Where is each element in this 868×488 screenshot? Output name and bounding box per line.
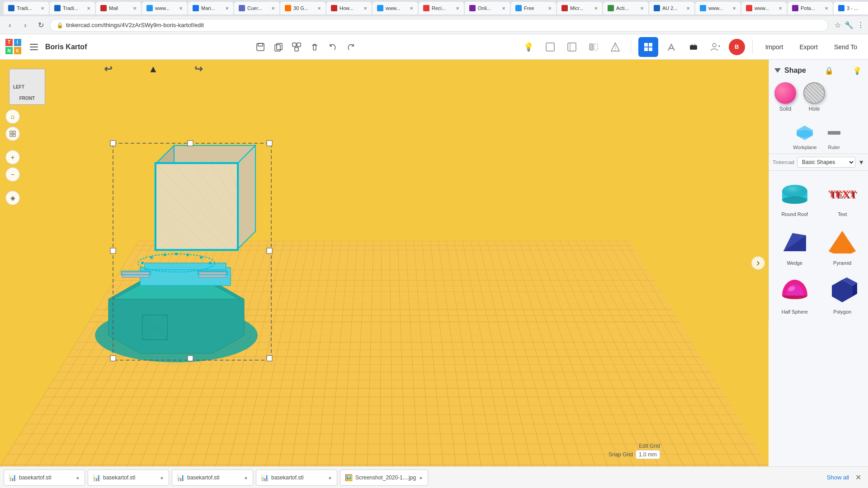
rotate-right-arrow[interactable]: ↪ [194, 63, 203, 75]
tab-close-icon[interactable]: ✕ [271, 6, 275, 11]
chrome-menu-button[interactable]: ⋮ [857, 21, 864, 29]
forward-button[interactable]: › [19, 19, 32, 32]
address-field[interactable]: 🔒 tinkercad.com/things/4V2zArSWy9m-boris… [50, 19, 828, 32]
send-to-button[interactable]: Send To [829, 42, 863, 52]
browser-tab[interactable]: 30 G... ✕ [280, 2, 326, 14]
shape-item-wedge[interactable]: Wedge [773, 223, 817, 268]
shape-item-round-roof[interactable]: Round Roof [773, 174, 817, 220]
shape-select-button[interactable] [542, 39, 558, 55]
tab-close-icon[interactable]: ✕ [225, 6, 229, 11]
mirror-button[interactable] [585, 39, 602, 55]
shape-item-text[interactable]: TEXT TEXT TEXT Text [821, 174, 865, 220]
tab-close-icon[interactable]: ✕ [778, 6, 782, 11]
rotate-left-arrow[interactable]: ↩ [104, 63, 112, 75]
tab-close-icon[interactable]: ✕ [548, 6, 552, 11]
browser-tab[interactable]: AU 2... ✕ [649, 2, 694, 14]
download-item-5[interactable]: 🖼️ Screenshot_2020-1....jpg ▲ [340, 469, 428, 486]
browser-tab[interactable]: Reci... ✕ [419, 2, 464, 14]
browser-tab[interactable]: Tradi... ✕ [50, 2, 95, 14]
tab-close-icon[interactable]: ✕ [179, 6, 183, 11]
bottom-bar-close-button[interactable]: ✕ [852, 471, 864, 484]
browser-tab[interactable]: www... ✕ [142, 2, 187, 14]
workplane-button[interactable]: Workplane [793, 123, 816, 150]
zoom-in-button[interactable]: + [5, 150, 20, 164]
nav-next-button[interactable]: › [751, 256, 765, 270]
hamburger-menu-button[interactable] [28, 41, 41, 53]
tab-close-icon[interactable]: ✕ [87, 6, 90, 11]
reload-button[interactable]: ↻ [34, 19, 47, 32]
tinkercad-logo[interactable]: T I N K [5, 39, 22, 55]
extensions-button[interactable]: 🔧 [844, 21, 854, 29]
tab-close-icon[interactable]: ✕ [41, 6, 44, 11]
shape-item-half-sphere[interactable]: Half Sphere [773, 272, 817, 317]
view-cube[interactable]: LEFT FRONT [9, 69, 45, 105]
browser-tab[interactable]: Acti... ✕ [603, 2, 648, 14]
home-view-button[interactable]: ⌂ [5, 109, 20, 124]
tab-close-icon[interactable]: ✕ [640, 6, 644, 11]
back-button[interactable]: ‹ [4, 19, 16, 32]
tab-close-icon[interactable]: ✕ [456, 6, 459, 11]
tab-close-icon[interactable]: ✕ [594, 6, 598, 11]
zoom-out-button[interactable]: − [5, 167, 20, 182]
group-button[interactable] [288, 39, 305, 55]
browser-tab[interactable]: Free ✕ [511, 2, 556, 14]
tab-close-icon[interactable]: ✕ [825, 6, 828, 11]
tab-close-icon[interactable]: ✕ [686, 6, 690, 11]
download-item-1[interactable]: 📊 basekartof.stl ▲ [4, 469, 85, 486]
bookmark-button[interactable]: ☆ [835, 21, 841, 29]
import-button[interactable]: Import [760, 42, 789, 52]
download-item-4[interactable]: 📊 basekartof.stl ▲ [256, 469, 337, 486]
cube-face[interactable]: LEFT FRONT [9, 69, 45, 105]
snap-value[interactable]: 1.0 mm [636, 450, 660, 459]
edit-grid-label[interactable]: Edit Grid [639, 443, 660, 449]
show-all-button[interactable]: Show all [827, 470, 849, 485]
grid-view-button[interactable] [638, 37, 658, 57]
browser-tab[interactable]: Onli... ✕ [465, 2, 510, 14]
ruler-button[interactable]: Ruler [824, 123, 844, 150]
delete-button[interactable] [307, 39, 323, 55]
browser-tab[interactable]: www... ✕ [695, 2, 741, 14]
browser-tab[interactable]: Tradi... ✕ [4, 2, 49, 14]
viewport-3d[interactable]: ↩ ▲ ↪ LEFT FRONT ⌂ + − [0, 60, 769, 466]
perspective-button[interactable]: ◈ [5, 191, 20, 205]
shape-align-button[interactable] [564, 39, 580, 55]
lightbulb-shape-button[interactable]: 💡 [852, 65, 863, 76]
tab-close-icon[interactable]: ✕ [317, 6, 321, 11]
export-button[interactable]: Export [794, 42, 823, 52]
3d-model[interactable] [72, 118, 298, 380]
shape-item-polygon[interactable]: Polygon [821, 272, 865, 317]
download-caret-3[interactable]: ▲ [244, 475, 248, 480]
fit-all-button[interactable] [5, 127, 20, 141]
new-shape-button[interactable] [252, 39, 269, 55]
user-avatar[interactable]: B [729, 39, 745, 55]
flip-button[interactable] [607, 39, 623, 55]
browser-tab[interactable]: Mari... ✕ [188, 2, 233, 14]
circuit-button[interactable] [685, 39, 702, 55]
add-user-button[interactable] [707, 39, 723, 55]
tab-close-icon[interactable]: ✕ [133, 6, 137, 11]
browser-tab[interactable]: Micr... ✕ [557, 2, 602, 14]
download-item-2[interactable]: 📊 basekartof.stl ▲ [88, 469, 169, 486]
download-caret-5[interactable]: ▲ [419, 475, 423, 480]
build-mode-button[interactable] [664, 39, 680, 55]
browser-tab[interactable]: www... ✕ [741, 2, 787, 14]
download-caret-4[interactable]: ▲ [328, 475, 332, 480]
browser-tab[interactable]: How... ✕ [326, 2, 372, 14]
tab-close-icon[interactable]: ✕ [732, 6, 736, 11]
rotate-up-arrow[interactable]: ▲ [148, 63, 158, 75]
shapes-expand-button[interactable]: ▼ [858, 159, 864, 166]
browser-tab[interactable]: Pota... ✕ [788, 2, 833, 14]
browser-tab[interactable]: Mail ✕ [96, 2, 141, 14]
active-browser-tab[interactable]: 3 - ... ✕ [834, 2, 868, 14]
redo-button[interactable] [343, 39, 359, 55]
lightbulb-button[interactable]: 💡 [520, 39, 537, 55]
shape-item-pyramid[interactable]: Pyramid [821, 223, 865, 268]
undo-button[interactable] [325, 39, 341, 55]
tab-close-icon[interactable]: ✕ [410, 6, 413, 11]
tab-close-icon[interactable]: ✕ [363, 6, 367, 11]
lock-shape-button[interactable]: 🔒 [824, 65, 835, 76]
browser-tab[interactable]: www... ✕ [373, 2, 418, 14]
solid-option[interactable]: Solid [774, 82, 796, 112]
tab-close-icon[interactable]: ✕ [502, 6, 505, 11]
download-item-3[interactable]: 📊 basekartof.stl ▲ [172, 469, 253, 486]
